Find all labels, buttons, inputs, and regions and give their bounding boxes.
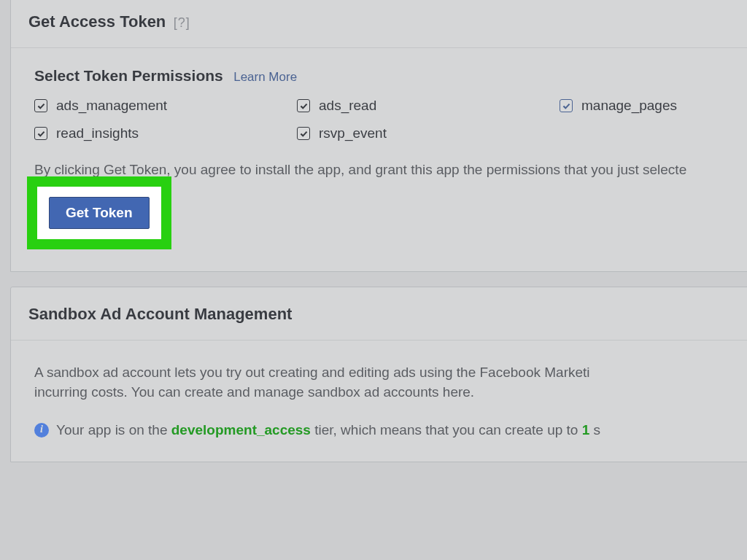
permission-label: rsvp_event	[319, 125, 387, 141]
permission-ads-read[interactable]: ads_read	[297, 98, 560, 114]
tier-text: Your app is on the development_access ti…	[56, 420, 600, 440]
checkbox-icon[interactable]	[34, 99, 47, 112]
tier-name: development_access	[171, 422, 311, 438]
access-token-panel: Get Access Token [?] Select Token Permis…	[10, 0, 747, 272]
tier-count: 1	[582, 422, 590, 438]
permission-label: read_insights	[56, 125, 139, 141]
get-token-button[interactable]: Get Token	[49, 197, 150, 229]
info-icon: i	[34, 423, 49, 438]
sandbox-description-line1: A sandbox ad account lets you try out cr…	[34, 365, 590, 380]
learn-more-link[interactable]: Learn More	[233, 70, 297, 84]
checkbox-icon[interactable]	[297, 127, 310, 140]
checkbox-icon[interactable]	[560, 99, 573, 112]
permission-label: ads_management	[56, 98, 167, 114]
sandbox-panel: Sandbox Ad Account Management A sandbox …	[10, 287, 747, 463]
sandbox-header: Sandbox Ad Account Management	[11, 287, 747, 341]
checkbox-icon[interactable]	[297, 99, 310, 112]
access-token-header: Get Access Token [?]	[11, 0, 747, 48]
tier-line: i Your app is on the development_access …	[34, 420, 736, 440]
access-token-body: Select Token Permissions Learn More ads_…	[11, 48, 747, 271]
permission-read-insights[interactable]: read_insights	[34, 125, 297, 141]
help-icon[interactable]: [?]	[174, 15, 190, 30]
permission-label: ads_read	[319, 98, 376, 114]
sandbox-body: A sandbox ad account lets you try out cr…	[11, 341, 747, 462]
permission-manage-pages[interactable]: manage_pages	[560, 98, 736, 114]
sandbox-title: Sandbox Ad Account Management	[28, 305, 292, 323]
permission-ads-management[interactable]: ads_management	[34, 98, 297, 114]
access-token-title: Get Access Token	[28, 12, 166, 31]
permission-label: manage_pages	[581, 98, 677, 114]
sandbox-description-line2: incurring costs. You can create and mana…	[34, 384, 474, 400]
sandbox-description: A sandbox ad account lets you try out cr…	[34, 362, 736, 402]
checkbox-icon[interactable]	[34, 127, 47, 140]
get-token-highlight: Get Token	[27, 176, 171, 249]
permissions-grid: ads_management ads_read manage_pages rea…	[34, 98, 736, 141]
permission-rsvp-event[interactable]: rsvp_event	[297, 125, 560, 141]
permissions-heading: Select Token Permissions	[34, 67, 223, 84]
